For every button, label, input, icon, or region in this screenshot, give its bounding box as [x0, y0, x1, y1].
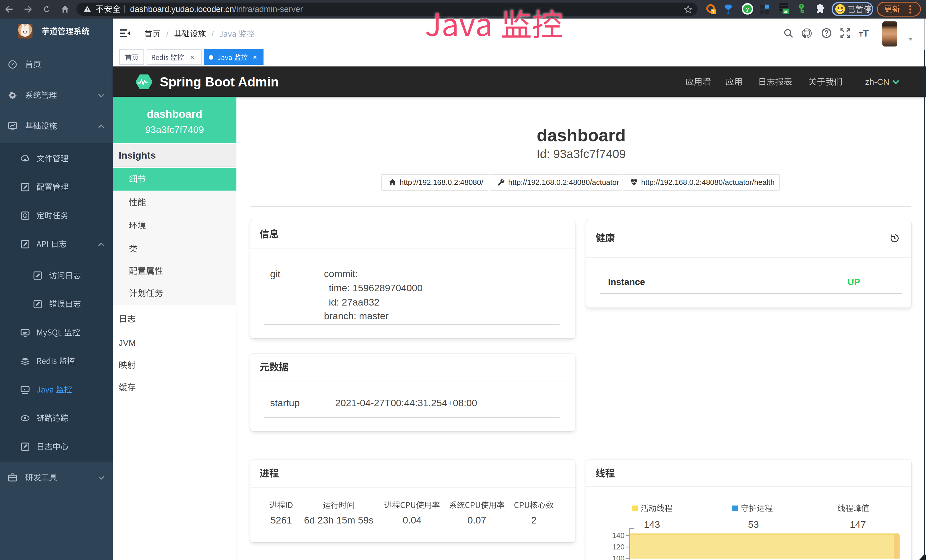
svg-text:on: on [784, 9, 788, 14]
svg-text:1: 1 [712, 9, 715, 14]
svg-text:y: y [746, 6, 749, 12]
